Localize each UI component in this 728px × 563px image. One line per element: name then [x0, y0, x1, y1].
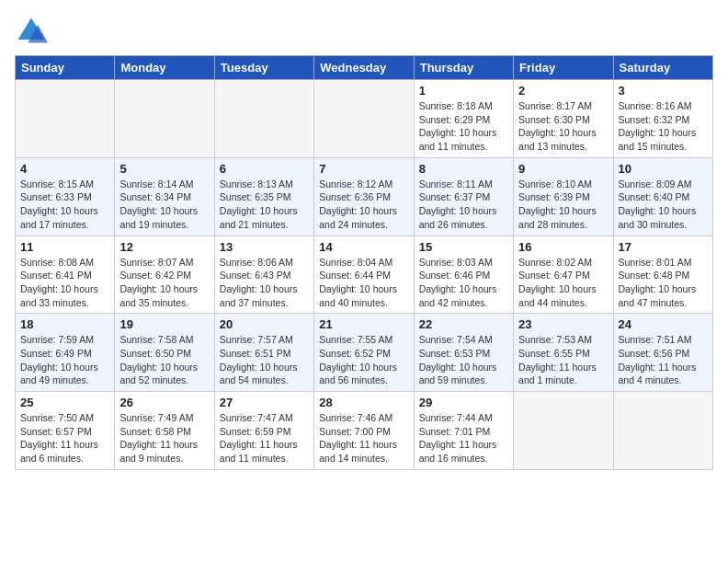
day-number: 20 — [220, 317, 309, 331]
day-number: 1 — [419, 84, 508, 98]
day-number: 18 — [20, 317, 109, 331]
day-number: 27 — [220, 396, 309, 409]
day-info: Sunrise: 8:17 AM Sunset: 6:30 PM Dayligh… — [518, 99, 608, 154]
day-info: Sunrise: 7:54 AM Sunset: 6:53 PM Dayligh… — [419, 333, 508, 387]
calendar-cell: 12Sunrise: 8:07 AM Sunset: 6:42 PM Dayli… — [115, 236, 214, 314]
day-number: 5 — [119, 162, 209, 176]
day-number: 22 — [419, 317, 508, 331]
day-info: Sunrise: 8:18 AM Sunset: 6:29 PM Dayligh… — [419, 99, 508, 154]
day-info: Sunrise: 8:13 AM Sunset: 6:35 PM Dayligh… — [220, 178, 309, 232]
weekday-header-saturday: Saturday — [613, 56, 712, 80]
day-info: Sunrise: 8:12 AM Sunset: 6:36 PM Dayligh… — [319, 178, 408, 232]
calendar-cell — [314, 80, 414, 158]
week-row-2: 4Sunrise: 8:15 AM Sunset: 6:33 PM Daylig… — [16, 157, 713, 236]
day-info: Sunrise: 8:06 AM Sunset: 6:43 PM Dayligh… — [220, 256, 309, 310]
calendar-cell: 24Sunrise: 7:51 AM Sunset: 6:56 PM Dayli… — [613, 314, 712, 392]
day-number: 25 — [20, 396, 109, 409]
header — [15, 15, 713, 48]
calendar-cell: 29Sunrise: 7:44 AM Sunset: 7:01 PM Dayli… — [414, 392, 513, 470]
weekday-header-sunday: Sunday — [16, 56, 115, 80]
calendar-cell: 13Sunrise: 8:06 AM Sunset: 6:43 PM Dayli… — [214, 236, 313, 314]
day-number: 19 — [119, 317, 209, 331]
calendar-cell: 5Sunrise: 8:14 AM Sunset: 6:34 PM Daylig… — [115, 157, 214, 236]
day-info: Sunrise: 7:49 AM Sunset: 6:58 PM Dayligh… — [119, 411, 209, 465]
calendar-cell — [613, 392, 712, 470]
day-info: Sunrise: 8:08 AM Sunset: 6:41 PM Dayligh… — [20, 256, 109, 310]
day-info: Sunrise: 8:01 AM Sunset: 6:48 PM Dayligh… — [619, 256, 708, 310]
calendar-cell: 27Sunrise: 7:47 AM Sunset: 6:59 PM Dayli… — [214, 392, 313, 470]
calendar-cell: 1Sunrise: 8:18 AM Sunset: 6:29 PM Daylig… — [414, 80, 513, 158]
calendar-cell: 4Sunrise: 8:15 AM Sunset: 6:33 PM Daylig… — [16, 157, 115, 236]
day-number: 21 — [319, 317, 408, 331]
weekday-header-monday: Monday — [115, 56, 214, 80]
day-info: Sunrise: 8:04 AM Sunset: 6:44 PM Dayligh… — [319, 256, 408, 310]
calendar-cell: 3Sunrise: 8:16 AM Sunset: 6:32 PM Daylig… — [613, 80, 712, 158]
day-number: 23 — [518, 317, 608, 331]
calendar-cell: 20Sunrise: 7:57 AM Sunset: 6:51 PM Dayli… — [214, 314, 313, 392]
calendar-cell — [115, 80, 214, 158]
calendar-cell: 28Sunrise: 7:46 AM Sunset: 7:00 PM Dayli… — [314, 392, 414, 470]
day-info: Sunrise: 7:58 AM Sunset: 6:50 PM Dayligh… — [119, 333, 209, 387]
calendar-cell: 14Sunrise: 8:04 AM Sunset: 6:44 PM Dayli… — [314, 236, 414, 314]
calendar-cell: 10Sunrise: 8:09 AM Sunset: 6:40 PM Dayli… — [613, 157, 712, 236]
day-info: Sunrise: 7:47 AM Sunset: 6:59 PM Dayligh… — [220, 411, 309, 465]
calendar-cell: 2Sunrise: 8:17 AM Sunset: 6:30 PM Daylig… — [514, 80, 613, 158]
day-number: 4 — [20, 162, 109, 176]
day-info: Sunrise: 8:07 AM Sunset: 6:42 PM Dayligh… — [119, 256, 209, 310]
day-info: Sunrise: 7:59 AM Sunset: 6:49 PM Dayligh… — [20, 333, 109, 387]
day-info: Sunrise: 8:11 AM Sunset: 6:37 PM Dayligh… — [419, 178, 508, 232]
calendar-cell: 15Sunrise: 8:03 AM Sunset: 6:46 PM Dayli… — [414, 236, 513, 314]
day-info: Sunrise: 8:03 AM Sunset: 6:46 PM Dayligh… — [419, 256, 508, 310]
day-number: 28 — [319, 396, 408, 409]
day-info: Sunrise: 8:16 AM Sunset: 6:32 PM Dayligh… — [619, 99, 708, 154]
calendar-cell — [16, 80, 115, 158]
calendar-cell: 16Sunrise: 8:02 AM Sunset: 6:47 PM Dayli… — [514, 236, 613, 314]
day-number: 14 — [319, 240, 408, 254]
calendar-table: SundayMondayTuesdayWednesdayThursdayFrid… — [15, 55, 713, 470]
calendar-cell: 7Sunrise: 8:12 AM Sunset: 6:36 PM Daylig… — [314, 157, 414, 236]
calendar-cell: 26Sunrise: 7:49 AM Sunset: 6:58 PM Dayli… — [115, 392, 214, 470]
day-info: Sunrise: 7:53 AM Sunset: 6:55 PM Dayligh… — [518, 333, 608, 387]
day-info: Sunrise: 8:15 AM Sunset: 6:33 PM Dayligh… — [20, 178, 109, 232]
weekday-header-wednesday: Wednesday — [314, 56, 414, 80]
day-number: 29 — [419, 396, 508, 409]
calendar-cell: 22Sunrise: 7:54 AM Sunset: 6:53 PM Dayli… — [414, 314, 513, 392]
week-row-4: 18Sunrise: 7:59 AM Sunset: 6:49 PM Dayli… — [16, 314, 713, 392]
day-info: Sunrise: 8:14 AM Sunset: 6:34 PM Dayligh… — [119, 178, 209, 232]
calendar-cell: 9Sunrise: 8:10 AM Sunset: 6:39 PM Daylig… — [514, 157, 613, 236]
calendar-cell: 17Sunrise: 8:01 AM Sunset: 6:48 PM Dayli… — [613, 236, 712, 314]
calendar-cell — [214, 80, 313, 158]
day-info: Sunrise: 7:57 AM Sunset: 6:51 PM Dayligh… — [220, 333, 309, 387]
day-number: 8 — [419, 162, 508, 176]
day-info: Sunrise: 7:55 AM Sunset: 6:52 PM Dayligh… — [319, 333, 408, 387]
day-number: 6 — [220, 162, 309, 176]
calendar-cell: 8Sunrise: 8:11 AM Sunset: 6:37 PM Daylig… — [414, 157, 513, 236]
day-number: 9 — [518, 162, 608, 176]
day-number: 12 — [119, 240, 209, 254]
day-info: Sunrise: 7:50 AM Sunset: 6:57 PM Dayligh… — [20, 411, 109, 465]
weekday-header-tuesday: Tuesday — [214, 56, 313, 80]
calendar-cell — [514, 392, 613, 470]
day-info: Sunrise: 7:51 AM Sunset: 6:56 PM Dayligh… — [619, 333, 708, 387]
logo-icon — [15, 15, 48, 48]
week-row-5: 25Sunrise: 7:50 AM Sunset: 6:57 PM Dayli… — [16, 392, 713, 470]
day-info: Sunrise: 8:10 AM Sunset: 6:39 PM Dayligh… — [518, 178, 608, 232]
week-row-1: 1Sunrise: 8:18 AM Sunset: 6:29 PM Daylig… — [16, 80, 713, 158]
weekday-header-thursday: Thursday — [414, 56, 513, 80]
day-number: 26 — [119, 396, 209, 409]
day-number: 7 — [319, 162, 408, 176]
calendar-cell: 6Sunrise: 8:13 AM Sunset: 6:35 PM Daylig… — [214, 157, 313, 236]
calendar-cell: 23Sunrise: 7:53 AM Sunset: 6:55 PM Dayli… — [514, 314, 613, 392]
day-number: 16 — [518, 240, 608, 254]
day-number: 24 — [619, 317, 708, 331]
day-number: 17 — [619, 240, 708, 254]
day-info: Sunrise: 7:44 AM Sunset: 7:01 PM Dayligh… — [419, 411, 508, 465]
day-number: 15 — [419, 240, 508, 254]
day-number: 2 — [518, 84, 608, 98]
day-number: 10 — [619, 162, 708, 176]
calendar-cell: 21Sunrise: 7:55 AM Sunset: 6:52 PM Dayli… — [314, 314, 414, 392]
calendar-cell: 11Sunrise: 8:08 AM Sunset: 6:41 PM Dayli… — [16, 236, 115, 314]
day-number: 13 — [220, 240, 309, 254]
calendar-cell: 19Sunrise: 7:58 AM Sunset: 6:50 PM Dayli… — [115, 314, 214, 392]
weekday-header-row: SundayMondayTuesdayWednesdayThursdayFrid… — [16, 56, 713, 80]
